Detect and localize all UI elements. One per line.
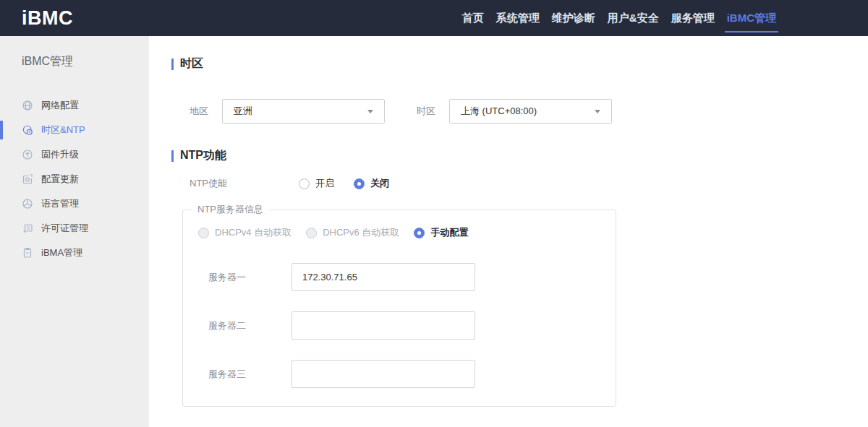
section-accent-bar [171, 59, 174, 70]
sidebar-item-config-update[interactable]: 配置更新 [0, 167, 149, 191]
dhcpv6-auto-option: DHCPv6 自动获取 [306, 226, 399, 239]
server-two-input[interactable] [292, 311, 475, 340]
region-select[interactable]: 亚洲 [222, 99, 385, 124]
top-header: iBMC 首页 系统管理 维护诊断 用户&安全 服务管理 iBMC管理 [0, 0, 868, 36]
main-content: 时区 地区 亚洲 时区 上海 (UTC+08:00) NTP功能 NTP使能 开… [149, 36, 868, 427]
region-select-value: 亚洲 [234, 105, 252, 118]
server-one-row: 服务器一 [208, 263, 616, 291]
server-one-label: 服务器一 [208, 271, 292, 284]
radio-disabled-icon [306, 228, 317, 238]
timezone-form-row: 地区 亚洲 时区 上海 (UTC+08:00) [171, 99, 868, 124]
dhcpv4-auto-option: DHCPv4 自动获取 [198, 226, 292, 239]
server-three-row: 服务器三 [208, 360, 616, 388]
ntp-section-title: NTP功能 [180, 148, 226, 163]
config-update-icon [22, 173, 33, 185]
manual-config-label: 手动配置 [430, 226, 468, 239]
radio-disabled-icon [198, 228, 209, 238]
sidebar-menu: 网络配置 时区&NTP 固件升级 [0, 93, 149, 265]
chevron-down-icon [595, 110, 600, 113]
upload-circle-icon [22, 149, 33, 160]
ntp-server-info-legend: NTP服务器信息 [192, 203, 269, 216]
timezone-clock-icon [22, 124, 33, 136]
nav-system-management[interactable]: 系统管理 [496, 0, 540, 36]
timezone-select[interactable]: 上海 (UTC+08:00) [449, 99, 612, 124]
language-globe-icon [22, 198, 33, 210]
server-three-label: 服务器三 [208, 368, 292, 381]
chevron-down-icon [367, 110, 373, 113]
sidebar-item-language-management[interactable]: 语言管理 [0, 191, 149, 216]
sidebar: iBMC管理 网络配置 时区&NTP [0, 36, 149, 427]
timezone-select-value: 上海 (UTC+08:00) [461, 105, 537, 118]
radio-checked-icon[interactable] [354, 178, 365, 189]
sidebar-title: iBMC管理 [0, 36, 149, 69]
ntp-enable-row: NTP使能 开启 关闭 [171, 177, 868, 190]
timezone-section-title: 时区 [180, 56, 203, 72]
server-two-row: 服务器二 [208, 311, 616, 340]
region-label: 地区 [190, 105, 208, 118]
sidebar-item-label: 配置更新 [41, 173, 79, 186]
nav-home[interactable]: 首页 [462, 0, 484, 36]
ntp-section-header: NTP功能 [171, 148, 868, 163]
ntp-server-info-group: NTP服务器信息 DHCPv4 自动获取 DHCPv6 自动获取 手动配置 服务… [182, 203, 616, 407]
radio-unchecked-icon[interactable] [299, 178, 310, 189]
clipboard-icon [22, 247, 33, 259]
timezone-section-header: 时区 [171, 56, 868, 72]
ibmc-logo: iBMC [22, 7, 73, 30]
nav-service-management[interactable]: 服务管理 [671, 0, 715, 36]
sidebar-item-label: 语言管理 [41, 197, 79, 210]
ntp-enable-on-label: 开启 [315, 177, 334, 190]
dhcpv4-auto-label: DHCPv4 自动获取 [215, 226, 292, 239]
ntp-server-mode-row: DHCPv4 自动获取 DHCPv6 自动获取 手动配置 [198, 226, 616, 239]
sidebar-item-label: 时区&NTP [41, 124, 85, 137]
sidebar-item-label: 固件升级 [41, 148, 79, 161]
sidebar-item-label: iBMA管理 [41, 246, 82, 259]
manual-config-option[interactable]: 手动配置 [414, 226, 468, 239]
sidebar-item-label: 许可证管理 [41, 222, 88, 235]
server-three-input[interactable] [292, 360, 475, 388]
sidebar-item-timezone-ntp[interactable]: 时区&NTP [0, 118, 149, 142]
ntp-enable-label: NTP使能 [190, 177, 299, 190]
server-one-input[interactable] [292, 263, 475, 291]
top-navigation: 首页 系统管理 维护诊断 用户&安全 服务管理 iBMC管理 [462, 0, 776, 36]
sidebar-item-network-config[interactable]: 网络配置 [0, 93, 149, 118]
globe-icon [22, 100, 33, 111]
server-two-label: 服务器二 [208, 319, 292, 332]
radio-checked-icon[interactable] [414, 228, 425, 238]
license-icon [22, 223, 33, 234]
nav-user-security[interactable]: 用户&安全 [608, 0, 659, 36]
nav-maintenance-diagnostics[interactable]: 维护诊断 [552, 0, 595, 36]
ntp-enable-off-option[interactable]: 关闭 [354, 177, 389, 190]
sidebar-item-label: 网络配置 [41, 99, 79, 112]
timezone-label: 时区 [417, 105, 435, 118]
sidebar-item-ibma-management[interactable]: iBMA管理 [0, 241, 149, 265]
ntp-enable-on-option[interactable]: 开启 [299, 177, 334, 190]
sidebar-item-firmware-upgrade[interactable]: 固件升级 [0, 142, 149, 167]
section-accent-bar [171, 150, 174, 162]
dhcpv6-auto-label: DHCPv6 自动获取 [323, 226, 399, 239]
sidebar-item-license-management[interactable]: 许可证管理 [0, 216, 149, 241]
ntp-enable-off-label: 关闭 [370, 177, 389, 190]
nav-ibmc-management[interactable]: iBMC管理 [727, 0, 776, 36]
